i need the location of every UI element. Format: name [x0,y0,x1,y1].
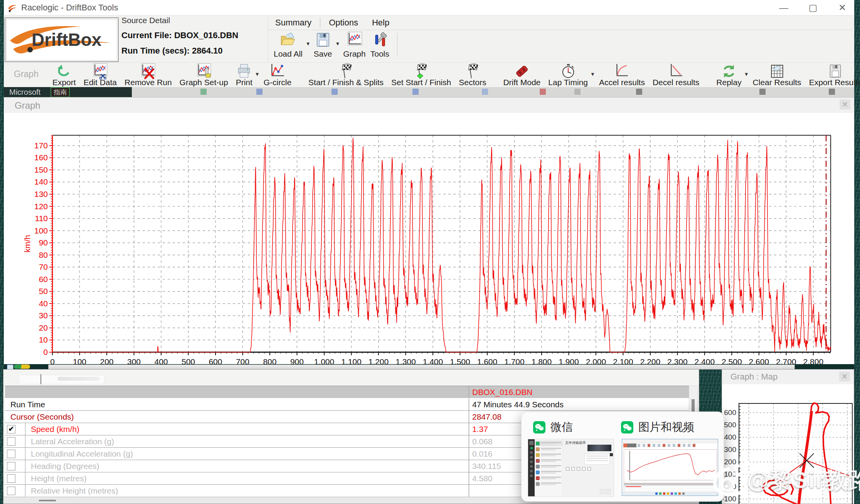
mini-table [624,483,717,492]
graph-panel: Graph ✕ 01020304050607080901001101201301… [4,97,854,365]
dropdown-arrow-icon[interactable]: ▼ [335,41,340,47]
grid-eraser-icon [769,63,785,78]
menu-options[interactable]: Options [322,18,365,28]
wechat-chat-pane: 文件传输助手 [563,439,614,496]
channel-checkbox[interactable] [7,437,15,446]
dropdown-arrow-icon[interactable]: ▼ [255,71,260,77]
mini-taskbar [622,492,718,496]
toolbar-print[interactable]: Print [236,63,252,87]
minimize-button[interactable]: — [778,2,789,13]
table-panel-titlebar[interactable] [3,370,699,386]
table-row-run-time[interactable]: Run Time47 Minutes 44.9 Seconds [5,398,689,411]
toolbar-clear-results[interactable]: Clear Results [753,63,801,87]
toolbar-g-circle[interactable]: G-circle [264,63,291,87]
checkbox-cell [5,485,25,497]
toolbar-label: Set Start / Finish [391,78,451,87]
dropdown-arrow-icon[interactable]: ▼ [306,41,311,47]
toolbar-label: Export Results [809,78,860,87]
dropdown-arrow-icon[interactable]: ▼ [590,71,595,77]
menu-separator [320,18,320,28]
toolbar-label: Load All [274,49,303,59]
media-window-thumbnail[interactable] [622,439,718,496]
title-bar[interactable]: Racelogic - DriftBox Tools — ▢ ✕ [4,0,854,15]
map-panel-title: Graph : Map [730,372,778,382]
close-button[interactable]: ✕ [836,2,848,13]
ghost-icon-fragment [412,89,419,95]
toolbar-load-all[interactable]: Load All [274,32,303,59]
ghost-icon-fragment [200,89,207,95]
menu-summary[interactable]: Summary [268,18,318,28]
checkbox-cell [5,448,25,460]
toolbar-start-finish-splits[interactable]: Start / Finish & Splits [308,63,384,87]
toolbar-set-start-finish[interactable]: Set Start / Finish [391,63,451,87]
channel-checkbox[interactable] [7,450,15,458]
toolbar-export-results[interactable]: Export Results [809,63,860,87]
ghost-icon-fragment [829,89,835,95]
toolbar-lap-timing[interactable]: Lap Timing [548,63,588,87]
toolbar-remove-run[interactable]: Remove Run [125,63,172,87]
svg-text:120: 120 [34,202,48,211]
chat-toolbar-icons [566,467,591,470]
chat-list-item [535,452,562,458]
toolbar-label: Accel results [599,78,645,87]
chat-list-item [535,464,562,469]
chat-file-card [584,454,610,465]
menu-help[interactable]: Help [365,18,396,28]
graph-close-icon[interactable]: ✕ [840,99,850,109]
chat-avatar [610,453,613,456]
maximize-button[interactable]: ▢ [807,2,819,13]
toolbar-label: Graph Set-up [180,78,228,87]
toolbar-graph-set-up[interactable]: Graph Set-up [180,63,228,87]
toolbar-replay[interactable]: Replay [716,63,741,87]
chart-scissors-icon [92,63,108,78]
map-panel-header[interactable]: Graph : Map ✕ [722,370,854,384]
wechat-window-thumbnail[interactable]: 文件传输助手 [528,439,614,497]
toolbar-edit-data[interactable]: Edit Data [84,63,117,87]
gcircle-icon [269,63,286,78]
table-header-file: DBOX_016.DBN [469,386,689,398]
toolbar-save[interactable]: Save [314,32,332,59]
wechat-sidebar-rail [528,439,535,496]
channel-checkbox[interactable] [7,487,15,495]
svg-text:200: 200 [724,458,736,466]
channel-checkbox[interactable] [7,462,15,470]
track-map-chart[interactable]: 6005004003002001000-100-800-600-400-2000 [722,384,855,504]
toolbar-label: Export [52,78,76,87]
dropdown-arrow-icon[interactable]: ▼ [744,71,749,77]
ghost-icon-fragment [482,89,488,95]
toolbar-label: Sectors [459,78,486,87]
checkbox-cell [5,460,25,472]
map-close-icon[interactable]: ✕ [839,371,850,381]
svg-text:90: 90 [39,238,48,247]
channel-checkbox[interactable] [7,474,15,483]
toolbar-graph[interactable]: Graph [343,32,365,59]
resize-grip[interactable] [39,500,56,501]
toolbar-drift-mode[interactable]: Drift Mode [503,63,540,87]
toolbar-accel-results[interactable]: Accel results [599,63,645,87]
wechat-preview-popup: 微信 图片和视频 文件传输助手 [521,412,724,502]
graph-panel-header[interactable]: Graph ✕ [4,97,854,113]
channel-label: Heading (Degrees) [25,462,469,471]
speed-chart[interactable]: 0102030405060708090100110120130140150160… [4,113,854,365]
toolbar-export[interactable]: Export [52,63,76,87]
background-window-text: Microsoft [9,88,40,97]
taskbar-strip [4,364,854,369]
wechat-label[interactable]: 微信 [550,420,573,435]
svg-text:20: 20 [39,323,48,332]
svg-text:60: 60 [39,275,48,284]
background-window-badge: 指南 [50,87,70,97]
toolbar-label: Replay [716,78,741,87]
svg-text:80: 80 [39,250,48,259]
svg-text:30: 30 [39,311,48,320]
ghost-icon-fragment [574,89,581,95]
media-label[interactable]: 图片和视频 [638,420,694,435]
channel-checkbox[interactable]: ✔ [7,425,15,433]
toolbar-decel-results[interactable]: Decel results [653,63,699,87]
toolbar-tools[interactable]: Tools [370,32,389,59]
mini-chart [624,449,717,483]
toolbar-separator [397,33,397,56]
svg-text:160: 160 [34,153,48,162]
accel-curve-icon [614,63,630,78]
mini-driftbox-logo [623,444,636,447]
toolbar-sectors[interactable]: Sectors [459,63,486,87]
